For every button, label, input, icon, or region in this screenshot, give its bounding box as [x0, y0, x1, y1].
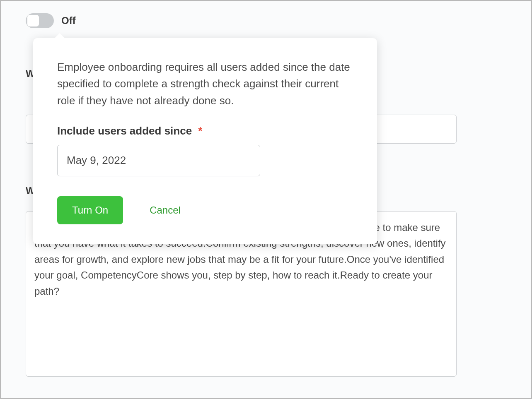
date-field-label: Include users added since *	[57, 125, 353, 137]
onboarding-popover: Employee onboarding requires all users a…	[33, 38, 377, 244]
onboarding-toggle[interactable]	[26, 13, 54, 28]
popover-actions: Turn On Cancel	[57, 196, 353, 224]
toggle-row: Off	[26, 13, 506, 28]
required-indicator: *	[198, 125, 202, 137]
include-users-date-input[interactable]	[57, 145, 260, 176]
cancel-button[interactable]: Cancel	[150, 204, 181, 216]
toggle-knob	[27, 15, 39, 26]
toggle-state-label: Off	[61, 15, 76, 26]
date-field-label-text: Include users added since	[57, 125, 192, 137]
popover-description: Employee onboarding requires all users a…	[57, 59, 353, 109]
settings-container: Off W W Employee onboarding requires all…	[1, 1, 531, 53]
turn-on-button[interactable]: Turn On	[57, 196, 123, 224]
